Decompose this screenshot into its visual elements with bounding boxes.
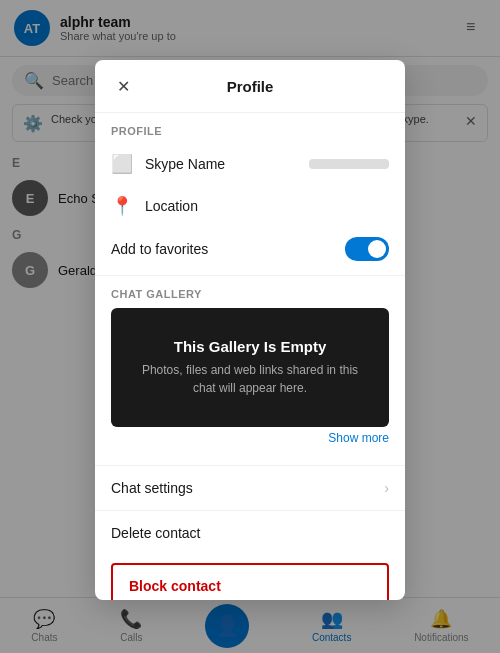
modal-title: Profile (135, 78, 365, 95)
add-to-favorites-row: Add to favorites (95, 227, 405, 271)
section-divider-1 (95, 275, 405, 276)
toggle-knob (368, 240, 386, 258)
chat-settings-row[interactable]: Chat settings › (95, 465, 405, 510)
skype-name-value (309, 159, 389, 169)
gallery-section: CHAT GALLERY This Gallery Is Empty Photo… (95, 280, 405, 465)
modal-close-button[interactable]: ✕ (111, 74, 135, 98)
gallery-empty: This Gallery Is Empty Photos, files and … (111, 308, 389, 427)
add-to-favorites-label: Add to favorites (111, 241, 333, 257)
profile-section-label: PROFILE (95, 113, 405, 143)
modal-overlay: ✕ Profile PROFILE ⬜ Skype Name 📍 Locatio… (0, 0, 500, 653)
gallery-label: CHAT GALLERY (111, 288, 389, 308)
profile-modal: ✕ Profile PROFILE ⬜ Skype Name 📍 Locatio… (95, 60, 405, 600)
chat-settings-label: Chat settings (111, 480, 384, 496)
location-label: Location (145, 198, 389, 214)
block-contact-row[interactable]: Block contact (111, 563, 389, 600)
chevron-right-icon: › (384, 480, 389, 496)
delete-contact-label: Delete contact (111, 525, 201, 541)
gallery-empty-title: This Gallery Is Empty (131, 338, 369, 355)
block-row-wrapper: Block contact (95, 555, 405, 600)
skype-name-label: Skype Name (145, 156, 297, 172)
block-contact-label: Block contact (129, 578, 221, 594)
show-more-button[interactable]: Show more (111, 427, 389, 453)
delete-contact-row[interactable]: Delete contact (95, 510, 405, 555)
modal-header: ✕ Profile (95, 60, 405, 113)
location-row[interactable]: 📍 Location (95, 185, 405, 227)
gallery-empty-text: Photos, files and web links shared in th… (131, 361, 369, 397)
skype-name-row[interactable]: ⬜ Skype Name (95, 143, 405, 185)
skype-icon: ⬜ (111, 153, 133, 175)
location-icon: 📍 (111, 195, 133, 217)
favorites-toggle[interactable] (345, 237, 389, 261)
